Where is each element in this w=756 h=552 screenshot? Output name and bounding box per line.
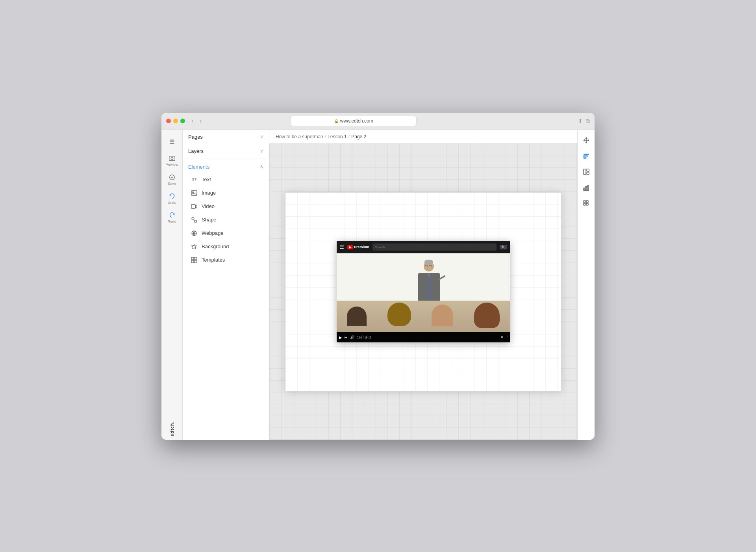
close-button[interactable] bbox=[166, 119, 171, 123]
lock-icon: 🔒 bbox=[334, 119, 339, 123]
image-label: Image bbox=[202, 190, 216, 196]
shape-icon bbox=[191, 216, 198, 223]
svg-marker-13 bbox=[192, 244, 196, 249]
element-item-templates[interactable]: Templates bbox=[183, 253, 269, 267]
element-item-shape[interactable]: Shape bbox=[183, 213, 269, 227]
share-button[interactable]: ⬆ bbox=[578, 118, 583, 125]
element-item-background[interactable]: Background bbox=[183, 240, 269, 253]
layers-title: Layers bbox=[188, 148, 204, 154]
svg-rect-19 bbox=[584, 156, 587, 157]
audience-area bbox=[337, 301, 510, 332]
yt-controls: ▶ ⏭ 🔊 0:01 / 19:12 ⚙ ⛶ bbox=[337, 332, 510, 342]
svg-rect-3 bbox=[169, 156, 174, 160]
yt-search-bar[interactable]: Search bbox=[372, 243, 497, 251]
svg-rect-24 bbox=[584, 188, 585, 190]
url-text: www.edtch.com bbox=[340, 118, 373, 124]
svg-rect-23 bbox=[587, 172, 589, 175]
pages-title: Pages bbox=[188, 134, 203, 140]
element-item-image[interactable]: Image bbox=[183, 186, 269, 200]
right-sidebar bbox=[577, 130, 595, 440]
preview-button[interactable]: Preview bbox=[163, 152, 181, 169]
svg-rect-18 bbox=[584, 154, 589, 155]
svg-rect-21 bbox=[584, 169, 586, 175]
yt-volume-button[interactable]: 🔊 bbox=[350, 335, 354, 339]
undo-button[interactable]: Undo bbox=[163, 190, 181, 207]
breadcrumb-current: Page 2 bbox=[351, 134, 366, 139]
svg-rect-26 bbox=[587, 185, 589, 190]
svg-rect-17 bbox=[195, 260, 197, 263]
canvas-area[interactable]: ☰ ▶ Premium Search 🔍 bbox=[269, 144, 577, 440]
video-label: Video bbox=[202, 203, 215, 209]
yt-search-button[interactable]: 🔍 bbox=[500, 245, 507, 249]
brand-logo: edtch. bbox=[170, 418, 174, 436]
layers-chevron-icon: ∨ bbox=[260, 148, 263, 154]
yt-logo: ▶ Premium bbox=[347, 245, 369, 249]
nav-buttons: ‹ › bbox=[190, 117, 204, 125]
text-icon: TT bbox=[191, 176, 198, 183]
traffic-lights bbox=[166, 119, 185, 123]
minimize-button[interactable] bbox=[173, 119, 178, 123]
svg-rect-14 bbox=[191, 257, 194, 260]
breadcrumb-sep1: / bbox=[325, 134, 326, 139]
svg-rect-20 bbox=[584, 158, 586, 158]
element-item-webpage[interactable]: Webpage bbox=[183, 227, 269, 240]
elements-title: Elements bbox=[188, 164, 209, 170]
pages-header[interactable]: Pages ∨ bbox=[183, 130, 269, 144]
back-button[interactable]: ‹ bbox=[190, 117, 195, 125]
grid-button[interactable] bbox=[579, 196, 593, 210]
yt-fullscreen-icon[interactable]: ⛶ bbox=[505, 336, 508, 339]
presenter-head bbox=[424, 261, 434, 271]
yt-premium-text: Premium bbox=[354, 245, 369, 249]
forward-button[interactable]: › bbox=[198, 117, 203, 125]
preview-label: Preview bbox=[165, 163, 178, 167]
collapse-panel-button[interactable] bbox=[163, 133, 181, 151]
yt-search-placeholder: Search bbox=[375, 245, 385, 249]
video-icon bbox=[191, 203, 198, 210]
svg-point-7 bbox=[193, 191, 194, 193]
classroom-image bbox=[337, 253, 510, 332]
svg-rect-8 bbox=[191, 204, 195, 208]
chart-button[interactable] bbox=[579, 180, 593, 195]
left-panel: Pages ∨ Layers ∨ Elements ∧ TT bbox=[183, 130, 269, 440]
svg-rect-15 bbox=[195, 257, 197, 260]
text-label: Text bbox=[202, 177, 211, 182]
icon-strip: Preview Save Undo bbox=[161, 130, 183, 440]
pages-section: Pages ∨ bbox=[183, 130, 269, 144]
undo-label: Undo bbox=[168, 201, 176, 204]
slide-canvas[interactable]: ☰ ▶ Premium Search 🔍 bbox=[285, 192, 561, 391]
svg-rect-28 bbox=[584, 201, 586, 203]
redo-button[interactable]: Redo bbox=[163, 209, 181, 226]
tab-button[interactable]: ⧉ bbox=[586, 118, 590, 125]
align-button[interactable] bbox=[579, 149, 593, 163]
yt-play-button[interactable]: ▶ bbox=[339, 335, 342, 340]
elements-chevron-icon: ∧ bbox=[260, 164, 263, 169]
background-label: Background bbox=[202, 243, 229, 249]
elements-header[interactable]: Elements ∧ bbox=[183, 161, 269, 173]
save-button[interactable]: Save bbox=[163, 171, 181, 188]
yt-header: ☰ ▶ Premium Search 🔍 bbox=[337, 241, 510, 253]
redo-label: Redo bbox=[168, 219, 176, 223]
layers-section: Layers ∨ bbox=[183, 144, 269, 158]
svg-rect-22 bbox=[587, 169, 589, 171]
yt-ctrl-icons: ⚙ ⛶ bbox=[501, 336, 508, 339]
fullscreen-button[interactable] bbox=[180, 119, 185, 123]
address-bar[interactable]: 🔒 www.edtch.com bbox=[291, 116, 417, 126]
video-embed[interactable]: ☰ ▶ Premium Search 🔍 bbox=[337, 241, 510, 342]
yt-settings-icon[interactable]: ⚙ bbox=[501, 336, 503, 339]
breadcrumb-part2: Lesson 1 bbox=[328, 134, 347, 139]
layers-header[interactable]: Layers ∨ bbox=[183, 144, 269, 158]
element-item-text[interactable]: TT Text bbox=[183, 173, 269, 186]
yt-menu-icon: ☰ bbox=[340, 244, 344, 250]
move-tool-button[interactable] bbox=[579, 133, 593, 147]
templates-icon bbox=[191, 256, 198, 264]
yt-thumbnail bbox=[337, 253, 510, 332]
layout-button[interactable] bbox=[579, 165, 593, 179]
element-item-video[interactable]: Video bbox=[183, 200, 269, 213]
yt-skip-button[interactable]: ⏭ bbox=[345, 336, 348, 339]
webpage-label: Webpage bbox=[202, 230, 223, 236]
browser-content: Preview Save Undo bbox=[161, 130, 595, 440]
svg-rect-29 bbox=[586, 201, 588, 203]
svg-rect-31 bbox=[586, 203, 588, 205]
browser-titlebar: ‹ › 🔒 www.edtch.com ⬆ ⧉ bbox=[161, 113, 595, 130]
image-icon bbox=[191, 190, 198, 197]
